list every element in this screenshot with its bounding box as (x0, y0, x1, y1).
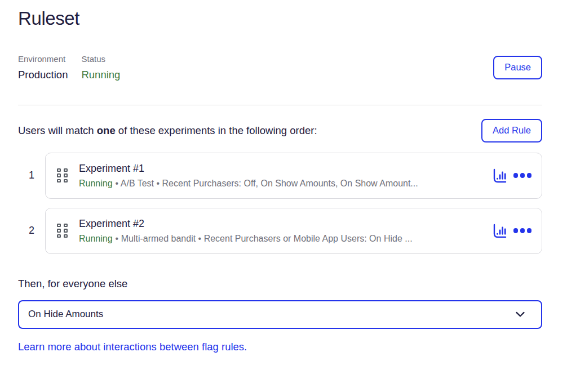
experiment-card: Experiment #1 Running• A/B Test • Recent… (45, 153, 542, 199)
status-meta: Status Running (81, 54, 120, 81)
page-title: Ruleset (18, 8, 542, 29)
status-label: Status (81, 54, 120, 64)
environment-label: Environment (18, 54, 68, 64)
bar-chart-icon[interactable] (491, 167, 508, 184)
experiment-description: • A/B Test • Recent Purchasers: Off, On … (116, 179, 418, 188)
rule-position: 2 (18, 208, 45, 254)
experiment-title: Experiment #1 (79, 163, 484, 175)
learn-more-link[interactable]: Learn more about interactions between fl… (18, 341, 247, 353)
fallback-variation-value: On Hide Amounts (28, 309, 103, 320)
experiment-text: Experiment #1 Running• A/B Test • Recent… (79, 163, 484, 189)
ellipsis-menu-icon[interactable] (513, 228, 532, 233)
rules-intro-prefix: Users will match (18, 124, 97, 136)
experiment-summary: Running• Multi-armed bandit • Recent Pur… (79, 234, 484, 244)
experiment-actions (491, 167, 532, 184)
fallback-variation-select[interactable]: On Hide Amounts (18, 300, 542, 329)
fallback-label: Then, for everyone else (18, 278, 542, 290)
pause-button[interactable]: Pause (493, 56, 542, 79)
rule-position: 1 (18, 153, 45, 199)
status-value: Running (81, 69, 120, 81)
experiment-text: Experiment #2 Running• Multi-armed bandi… (79, 218, 484, 244)
drag-handle-icon[interactable] (57, 224, 68, 238)
experiment-status: Running (79, 179, 113, 188)
chevron-down-icon (513, 307, 528, 322)
experiment-status: Running (79, 234, 113, 243)
rules-intro-emphasis: one (97, 124, 116, 136)
experiment-card: Experiment #2 Running• Multi-armed bandi… (45, 208, 542, 254)
add-rule-button[interactable]: Add Rule (481, 119, 542, 142)
rule-row-1: 1 Experiment #1 Running• A/B Test • Rece… (18, 153, 542, 199)
experiment-summary: Running• A/B Test • Recent Purchasers: O… (79, 179, 484, 189)
environment-meta: Environment Production (18, 54, 68, 81)
experiment-description: • Multi-armed bandit • Recent Purchasers… (116, 234, 413, 243)
environment-value: Production (18, 69, 68, 81)
experiment-actions (491, 222, 532, 239)
ellipsis-menu-icon[interactable] (513, 173, 532, 178)
experiment-title: Experiment #2 (79, 218, 484, 230)
rules-intro-text: Users will match one of these experiment… (18, 124, 317, 137)
flag-meta-row: Environment Production Status Running Pa… (18, 54, 542, 81)
rules-intro-suffix: of these experiments in the following or… (116, 124, 317, 136)
section-divider (18, 105, 542, 105)
bar-chart-icon[interactable] (491, 222, 508, 239)
rules-header: Users will match one of these experiment… (18, 119, 542, 142)
drag-handle-icon[interactable] (57, 168, 68, 183)
rules-list: 1 Experiment #1 Running• A/B Test • Rece… (18, 153, 542, 254)
rule-row-2: 2 Experiment #2 Running• Multi-armed ban… (18, 208, 542, 254)
